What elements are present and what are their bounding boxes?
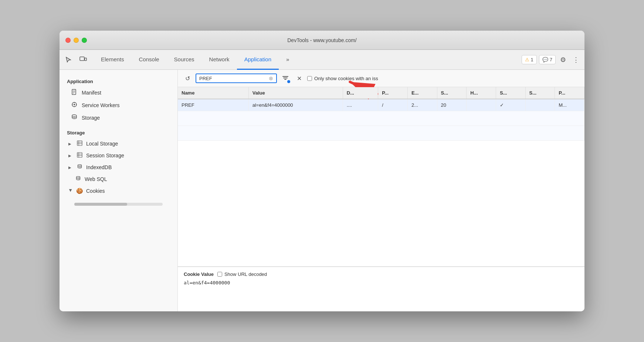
devtools-window: DevTools - www.youtube.com/ Elements Con…: [60, 31, 584, 311]
sidebar-item-web-sql[interactable]: Web SQL: [60, 173, 177, 185]
svg-rect-17: [77, 153, 82, 157]
cookie-issue-label: Only show cookies with an iss: [314, 76, 378, 81]
manifest-icon: [71, 89, 78, 96]
sidebar-item-service-workers[interactable]: Service Workers: [60, 99, 177, 112]
device-icon[interactable]: [77, 54, 89, 66]
indexeddb-icon: [76, 164, 83, 171]
svg-point-12: [72, 115, 77, 117]
url-decode-label: Show URL decoded: [224, 271, 267, 277]
cookie-issue-checkbox[interactable]: [307, 76, 312, 81]
search-clear-icon[interactable]: ⊗: [269, 75, 273, 81]
cell-http-only: [467, 99, 496, 111]
cell-same-site: [525, 99, 555, 111]
sidebar-scrollbar-area: [60, 197, 177, 212]
svg-rect-13: [77, 141, 82, 146]
warning-badge-button[interactable]: ⚠ 1: [522, 55, 537, 64]
cursor-icon[interactable]: [62, 54, 74, 66]
col-secure: S...: [496, 87, 525, 99]
col-http-only: H...: [467, 87, 496, 99]
cookie-value-header: Cookie Value Show URL decoded: [184, 271, 579, 277]
window-title: DevTools - www.youtube.com/: [287, 37, 357, 43]
warning-count: 1: [531, 57, 533, 62]
traffic-lights: [65, 38, 87, 43]
cookie-issue-filter: Only show cookies with an iss: [307, 76, 378, 81]
storage-section-title: Storage: [60, 124, 177, 138]
cookies-label: Cookies: [86, 188, 105, 194]
cell-name: PREF: [178, 99, 248, 111]
tab-console[interactable]: Console: [132, 50, 167, 70]
svg-point-22: [76, 177, 80, 178]
refresh-button[interactable]: ↺: [182, 73, 193, 83]
col-value: Value: [248, 87, 343, 99]
cookie-value-panel: Cookie Value Show URL decoded al=en&f4=4…: [178, 267, 584, 311]
table-row[interactable]: PREF al=en&f4=4000000 .... / 2... 20 ✓ M…: [178, 99, 584, 111]
svg-rect-1: [85, 58, 87, 61]
url-decode-area: Show URL decoded: [217, 271, 267, 277]
cell-priority: M...: [555, 99, 584, 111]
web-sql-label: Web SQL: [85, 176, 107, 182]
cell-path: /: [378, 99, 408, 111]
search-input[interactable]: [199, 76, 269, 81]
expand-arrow-indexeddb: ▶: [68, 165, 73, 170]
tab-network[interactable]: Network: [202, 50, 237, 70]
cell-domain: ....: [343, 99, 378, 111]
sidebar-item-session-storage[interactable]: ▶ Session Storage: [60, 150, 177, 161]
tab-more[interactable]: »: [279, 50, 296, 70]
main-content: Application Manifest Service Workers Sto…: [60, 70, 584, 311]
col-expires: E...: [407, 87, 437, 99]
sidebar-item-local-storage[interactable]: ▶ Local Storage: [60, 138, 177, 150]
col-size: S...: [437, 87, 467, 99]
tab-bar: Elements Console Sources Network Applica…: [60, 50, 584, 70]
tab-application[interactable]: Application: [237, 50, 279, 70]
sidebar-item-manifest[interactable]: Manifest: [60, 86, 177, 99]
tab-elements[interactable]: Elements: [94, 50, 132, 70]
storage-app-icon: [71, 114, 78, 122]
cookie-value-text: al=en&f4=4000000: [184, 280, 579, 285]
sidebar-scrollbar[interactable]: [74, 203, 163, 206]
expand-arrow-cookies: ▶: [69, 189, 73, 193]
tab-sources[interactable]: Sources: [167, 50, 202, 70]
col-domain: D...: [343, 87, 378, 99]
more-options-icon[interactable]: ⋮: [570, 54, 582, 66]
indexeddb-label: IndexedDB: [86, 164, 112, 170]
message-badge-button[interactable]: 💬 7: [539, 55, 556, 64]
filter-button[interactable]: [280, 73, 291, 84]
cookies-icon: 🍪: [76, 188, 83, 194]
maximize-button[interactable]: [82, 38, 87, 43]
svg-point-7: [74, 104, 75, 105]
cell-expires: 2...: [407, 99, 437, 111]
manifest-label: Manifest: [82, 90, 101, 96]
svg-point-21: [78, 165, 81, 166]
clear-button[interactable]: ✕: [294, 73, 304, 83]
session-storage-icon: [76, 152, 83, 159]
svg-rect-0: [80, 57, 84, 61]
sidebar-item-indexeddb[interactable]: ▶ IndexedDB: [60, 161, 177, 173]
title-bar: DevTools - www.youtube.com/: [60, 31, 584, 50]
filter-active-dot: [287, 80, 290, 83]
close-button[interactable]: [65, 38, 71, 43]
session-storage-label: Session Storage: [86, 153, 124, 158]
right-panel: ↺ ⊗ ✕ Only show cookies with a: [178, 70, 584, 311]
cell-value: al=en&f4=4000000: [248, 99, 343, 111]
message-icon: 💬: [542, 57, 548, 62]
cell-size: 20: [437, 99, 467, 111]
sidebar-item-storage-app[interactable]: Storage: [60, 112, 177, 124]
col-path: P...: [378, 87, 408, 99]
cell-secure: ✓: [496, 99, 525, 111]
minimize-button[interactable]: [74, 38, 79, 43]
url-decode-checkbox[interactable]: [217, 272, 222, 277]
table-row-empty-1: [178, 111, 584, 126]
cookies-data-table: Name Value D... P... E... S... H... S...…: [178, 87, 584, 141]
sidebar: Application Manifest Service Workers Sto…: [60, 70, 178, 311]
col-same-site: S...: [525, 87, 555, 99]
tab-bar-right: ⚠ 1 💬 7 ⚙ ⋮: [522, 54, 582, 66]
service-workers-label: Service Workers: [82, 102, 119, 108]
sidebar-item-cookies[interactable]: ▶ 🍪 Cookies: [60, 185, 177, 197]
col-name: Name: [178, 87, 248, 99]
service-workers-icon: [71, 102, 78, 109]
settings-icon[interactable]: ⚙: [558, 54, 568, 66]
tab-bar-icons: [62, 54, 89, 66]
message-count: 7: [550, 57, 552, 62]
cookie-table: Name Value D... P... E... S... H... S...…: [178, 87, 584, 267]
col-priority: P...: [555, 87, 584, 99]
